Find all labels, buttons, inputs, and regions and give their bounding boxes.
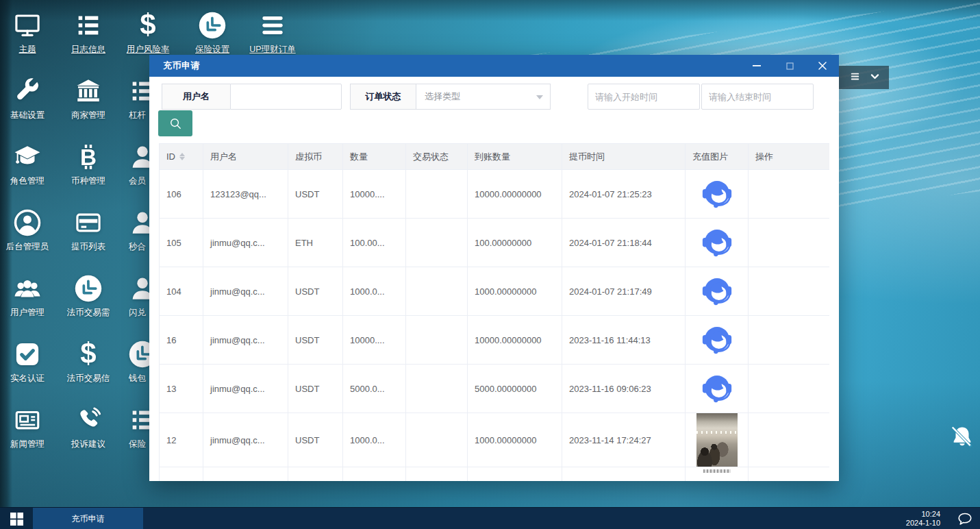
clock-date: 2024-1-10 [906,519,940,528]
cell-coin: USDT [288,170,343,219]
graduation-cap-icon [0,140,55,171]
desktop-icon-2[interactable]: $用户风险率 [121,8,175,55]
cell-action [749,170,830,219]
desktop-icon-label: 基础设置 [0,110,55,121]
desktop-icon-20[interactable]: 新闻管理 [0,403,55,450]
desktop-icon-label: 投诉建议 [61,439,116,450]
windows-logo-icon [10,513,23,526]
desktop-icon-0[interactable]: 主题 [0,8,55,55]
cell-arrival: 1000.00000000 [468,267,562,316]
users-icon [0,271,55,303]
chat-bubble-icon[interactable] [957,510,973,527]
close-button[interactable] [806,55,839,77]
credit-card-icon [61,206,116,237]
cell-coin: USDT [288,413,343,467]
check-square-icon [0,337,55,369]
table-header-row: ID用户名虚拟币数量交易状态到账数量提币时间充值图片操作 [160,144,830,170]
maximize-button[interactable] [773,55,806,77]
menu-icon[interactable] [849,71,861,85]
desktop-icon-label: 角色管理 [0,176,55,186]
customer-service-avatar-icon[interactable] [699,322,735,358]
cell-action [749,413,830,467]
order-status-select-value: 选择类型 [425,90,460,103]
desktop-icon-label: 主题 [0,45,55,55]
cell-username: jinmu@qq.c... [203,267,288,316]
table-row: 105jinmu@qq.c...ETH100.00...100.00000000… [160,219,830,267]
customer-service-avatar-icon[interactable] [699,225,735,260]
cell-recharge-image [686,170,749,219]
username-input[interactable] [230,84,342,110]
desktop-icon-11[interactable]: 后台管理员 [0,206,55,252]
desktop-icon-label: 保险设置 [185,45,240,55]
end-time-input[interactable] [701,84,814,110]
cell-time: 2024-01-07 21:17:49 [562,267,686,316]
column-header-label: 虚拟币 [295,151,322,162]
cell-arrival: 5000.00000000 [468,365,562,413]
taskbar-task-deposit-request[interactable]: 充币申请 [33,508,143,529]
sort-caret-icon[interactable] [179,153,185,160]
table-row: 12jinmu@qq.c...USDT1000.0...1000.0000000… [160,413,830,467]
notifications-muted-bell-icon[interactable] [949,423,975,454]
cell-username: 123123@qq... [203,170,288,219]
cell [562,467,686,482]
desktop-icon-15[interactable]: 法币交易需 [61,271,116,318]
desktop-icon-14[interactable]: 用户管理 [0,271,55,318]
order-status-select[interactable]: 选择类型 [416,84,551,110]
column-header-5: 到账数量 [468,144,562,170]
svg-text:$: $ [140,11,155,40]
column-header-label: ID [166,151,175,162]
cell-status [406,170,468,219]
cell-status [406,413,468,467]
window-titlebar[interactable]: 充币申请 [149,55,839,77]
desktop-icon-9[interactable]: B币种管理 [61,140,116,186]
desktop-icon-8[interactable]: 角色管理 [0,140,55,186]
desktop-icon-4[interactable]: UP理财订单 [245,8,300,55]
cell-id: 104 [160,267,203,316]
cell-amount: 10000.... [343,170,406,219]
desktop-icon-17[interactable]: 实名认证 [0,337,55,384]
desktop-icon-21[interactable]: 投诉建议 [61,403,116,450]
search-icon [168,116,183,131]
recharge-photo-thumbnail[interactable] [703,469,731,473]
minimize-button[interactable] [740,55,773,77]
phone-icon [61,403,116,434]
column-header-7: 充值图片 [686,144,749,170]
column-header-label: 数量 [350,151,368,162]
customer-service-avatar-icon[interactable] [699,371,735,406]
desktop-icon-18[interactable]: $法币交易信 [61,337,116,384]
cell-action [749,219,830,267]
deposit-table: ID用户名虚拟币数量交易状态到账数量提币时间充值图片操作 106123123@q… [159,143,829,481]
start-button[interactable] [0,508,33,529]
desktop-icon-label: 后台管理员 [0,242,55,252]
customer-service-avatar-icon[interactable] [699,176,735,212]
coin-logo-icon [185,8,240,40]
chevron-down-icon[interactable] [869,71,881,85]
desktop-icon-5[interactable]: 基础设置 [0,74,55,121]
cell-time: 2023-11-16 09:06:23 [562,365,686,413]
cell-amount: 1000.0... [343,413,406,467]
taskbar-clock: 10:24 2024-1-10 [906,510,940,528]
desktop-icon-label: 法币交易信 [61,373,116,384]
cell-action [749,267,830,316]
search-button[interactable] [158,110,192,136]
desktop-icon-label: 提币列表 [61,242,116,252]
desktop-icon-12[interactable]: 提币列表 [61,206,116,252]
customer-service-avatar-icon[interactable] [699,273,735,309]
cell-status [406,316,468,365]
cell-amount: 5000.0... [343,365,406,413]
bitcoin-icon: B [61,140,116,171]
desktop-icon-1[interactable]: 日志信息 [61,8,116,55]
cell-status [406,219,468,267]
cell-time: 2024-01-07 21:25:23 [562,170,686,219]
desktop-icon-6[interactable]: 商家管理 [61,74,116,121]
cell-coin: USDT [288,316,343,365]
cell-action [749,365,830,413]
cell-username: jinmu@qq.c... [203,413,288,467]
start-time-input[interactable] [588,84,700,110]
recharge-photo-thumbnail[interactable] [696,413,738,467]
desktop-icon-3[interactable]: 保险设置 [185,8,240,55]
column-header-label: 交易状态 [413,151,449,162]
table-row: 106123123@qq...USDT10000....10000.000000… [160,170,830,219]
dollar-icon: $ [121,8,175,40]
column-header-label: 操作 [755,151,773,162]
